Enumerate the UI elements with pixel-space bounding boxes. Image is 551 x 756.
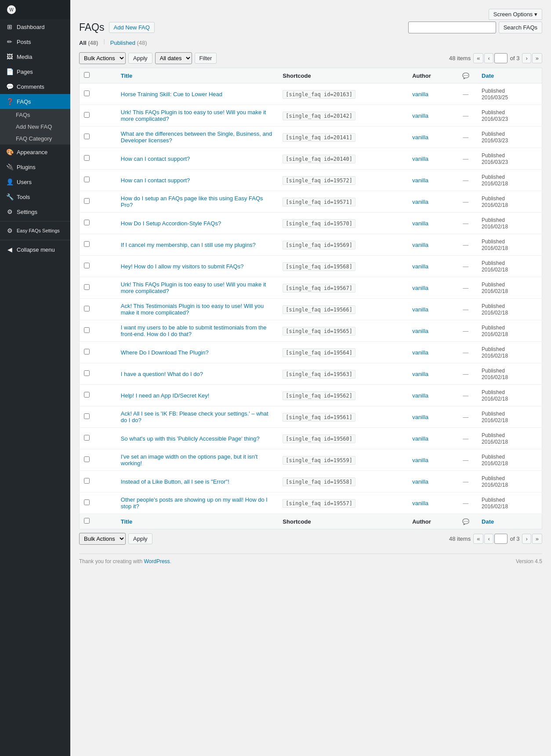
th-title[interactable]: Title [116,68,279,83]
row-checkbox[interactable] [84,155,90,161]
first-page-button-bottom[interactable]: « [473,534,483,544]
row-checkbox[interactable] [84,241,90,247]
bulk-actions-select-bottom[interactable]: Bulk Actions [79,533,126,545]
tab-published[interactable]: Published (48) [110,38,147,48]
sidebar-item-comments[interactable]: 💬 Comments [0,79,70,94]
row-author-link[interactable]: vanilla [412,392,428,399]
row-title-link[interactable]: I want my users to be able to submit tes… [121,324,267,337]
add-new-faq-button[interactable]: Add New FAQ [109,22,155,33]
row-checkbox[interactable] [84,90,90,96]
first-page-button-top[interactable]: « [473,53,483,63]
apply-button-top[interactable]: Apply [128,53,152,64]
th-date[interactable]: Date [477,68,542,83]
row-author-link[interactable]: vanilla [412,220,428,227]
row-checkbox[interactable] [84,456,90,462]
select-all-checkbox-top[interactable] [84,72,90,78]
row-title-link[interactable]: So what's up with this 'Publicly Accessi… [121,435,260,442]
row-checkbox[interactable] [84,112,90,118]
sidebar-item-posts[interactable]: ✏ Posts [0,34,70,49]
sidebar-item-users[interactable]: 👤 Users [0,174,70,189]
row-author-link[interactable]: vanilla [412,435,428,442]
row-title-link[interactable]: Hey! How do I allow my visitors to submi… [121,263,244,270]
row-checkbox[interactable] [84,478,90,484]
page-input-bottom[interactable]: 1 [494,534,508,544]
row-author-link[interactable]: vanilla [412,349,428,356]
tfoot-date[interactable]: Date [477,514,542,529]
row-author-link[interactable]: vanilla [412,91,428,98]
row-author-link[interactable]: vanilla [412,112,428,119]
filter-button[interactable]: Filter [195,53,217,64]
page-input-top[interactable]: 1 [494,53,508,63]
row-author-link[interactable]: vanilla [412,177,428,184]
sidebar-item-dashboard[interactable]: ⊞ Dashboard [0,19,70,34]
next-page-button-top[interactable]: › [522,53,531,63]
select-all-checkbox-bottom[interactable] [84,518,90,524]
sidebar-item-tools[interactable]: 🔧 Tools [0,189,70,204]
row-author-link[interactable]: vanilla [412,478,428,485]
bulk-actions-select-top[interactable]: Bulk Actions [79,52,126,64]
row-title-link[interactable]: Ack! This Testimonials Plugin is too eas… [121,303,264,316]
sidebar-item-faq-category[interactable]: FAQ Category [0,133,70,145]
sidebar-item-add-new-faq[interactable]: Add New FAQ [0,121,70,133]
row-title-link[interactable]: What are the differences between the Sin… [121,130,272,144]
row-checkbox[interactable] [84,220,90,225]
screen-options-button[interactable]: Screen Options ▾ [489,9,542,20]
sidebar-item-faqs[interactable]: ❓ FAQs [0,94,70,109]
row-title-link[interactable]: Other people's posts are showing up on m… [121,496,268,510]
row-author-link[interactable]: vanilla [412,156,428,162]
sidebar-item-media[interactable]: 🖼 Media [0,49,70,64]
sidebar-item-appearance[interactable]: 🎨 Appearance [0,145,70,159]
search-faqs-button[interactable]: Search FAQs [499,22,542,33]
next-page-button-bottom[interactable]: › [522,534,531,544]
row-checkbox[interactable] [84,306,90,311]
footer-wp-link[interactable]: WordPress [144,558,170,564]
row-checkbox[interactable] [84,198,90,204]
row-author-link[interactable]: vanilla [412,242,428,248]
row-author-link[interactable]: vanilla [412,285,428,291]
row-author-link[interactable]: vanilla [412,134,428,141]
row-author-link[interactable]: vanilla [412,328,428,334]
row-title-link[interactable]: How Do I Setup Accordion-Style FAQs? [121,220,221,227]
row-author-link[interactable]: vanilla [412,371,428,377]
tab-all[interactable]: All (48) [79,38,98,48]
sidebar-item-plugins[interactable]: 🔌 Plugins [0,159,70,174]
tfoot-title[interactable]: Title [116,514,279,529]
row-checkbox[interactable] [84,435,90,441]
row-checkbox[interactable] [84,349,90,354]
row-author-link[interactable]: vanilla [412,199,428,205]
row-checkbox[interactable] [84,177,90,182]
row-title-link[interactable]: How can I contact support? [121,177,190,184]
sidebar-item-collapse[interactable]: ◀ Collapse menu [0,242,70,257]
row-checkbox[interactable] [84,392,90,398]
row-title-link[interactable]: If I cancel my membership, can I still u… [121,242,256,248]
row-checkbox[interactable] [84,370,90,376]
row-checkbox[interactable] [84,284,90,290]
sidebar-item-easy-faqs-settings[interactable]: ⚙ Easy FAQs Settings [0,223,70,238]
last-page-button-bottom[interactable]: » [532,534,542,544]
row-checkbox[interactable] [84,413,90,419]
row-author-link[interactable]: vanilla [412,457,428,463]
row-title-link[interactable]: How do I setup an FAQs page like this us… [121,195,263,208]
row-title-link[interactable]: I have a question! What do I do? [121,371,203,377]
sidebar-item-pages[interactable]: 📄 Pages [0,64,70,79]
sidebar-item-faqs-all[interactable]: FAQs [0,109,70,121]
row-title-link[interactable]: Where Do I Download The Plugin? [121,349,209,356]
row-author-link[interactable]: vanilla [412,306,428,313]
row-author-link[interactable]: vanilla [412,414,428,420]
row-title-link[interactable]: Horse Training Skill: Cue to Lower Head [121,91,222,98]
row-title-link[interactable]: Help! I need an App ID/Secret Key! [121,392,210,399]
apply-button-bottom[interactable]: Apply [128,533,152,544]
row-author-link[interactable]: vanilla [412,263,428,270]
row-checkbox[interactable] [84,327,90,333]
row-title-link[interactable]: I've set an image width on the options p… [121,453,257,467]
date-filter-select[interactable]: All dates [155,52,192,64]
row-checkbox[interactable] [84,499,90,505]
search-input[interactable] [408,22,496,33]
last-page-button-top[interactable]: » [532,53,542,63]
prev-page-button-bottom[interactable]: ‹ [484,534,493,544]
row-checkbox[interactable] [84,134,90,139]
row-title-link[interactable]: Urk! This FAQs Plugin is too easy to use… [121,109,266,122]
row-title-link[interactable]: Urk! This FAQs Plugin is too easy to use… [121,281,266,294]
row-title-link[interactable]: Instead of a Like Button, all I see is "… [121,478,229,485]
prev-page-button-top[interactable]: ‹ [484,53,493,63]
